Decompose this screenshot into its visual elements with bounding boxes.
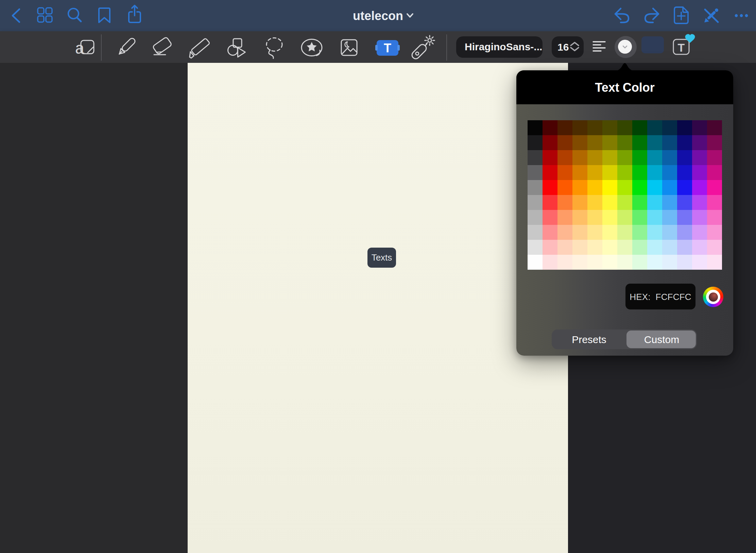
svg-text:T: T [678, 41, 685, 54]
svg-text:a: a [75, 39, 84, 57]
svg-text:T: T [384, 41, 391, 55]
